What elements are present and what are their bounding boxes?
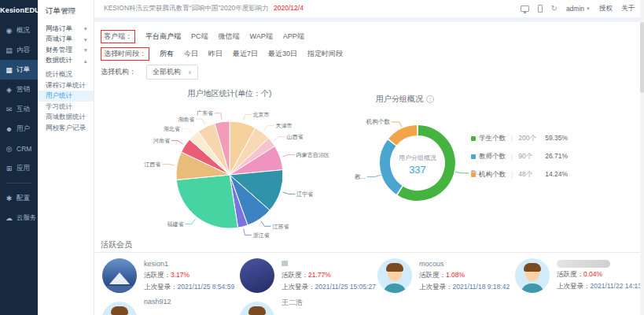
time-tab-5[interactable]: 指定时间段	[307, 49, 343, 59]
legend-dot	[471, 172, 476, 177]
nav-item-5[interactable]: ☻用户	[0, 119, 38, 139]
submenu-item-3[interactable]: 学习统计	[38, 102, 94, 113]
org-select[interactable]: 全部机构 ∨	[146, 65, 198, 80]
member-name: llll	[282, 260, 376, 268]
nav-bottom-item-1[interactable]: ☁云服务	[0, 208, 38, 228]
time-tab-4[interactable]: 最近30日	[268, 49, 297, 59]
donut-center-value: 337	[409, 164, 426, 176]
time-filter-row: 选择时间段： 所有今日昨日最近7日最近30日指定时间段	[101, 47, 343, 61]
submenu-item-1[interactable]: 课程订单统计	[38, 80, 94, 91]
nav-divider	[6, 183, 31, 183]
donut-center-label: 用户分组概况	[399, 154, 436, 161]
monitor-icon[interactable]	[521, 6, 529, 12]
submenu-group-1[interactable]: 商城订单▼	[38, 35, 94, 46]
apps-icon: ⊞	[5, 165, 13, 172]
activity-value: 0.04%	[583, 270, 602, 278]
submenu-group-2[interactable]: 财务管理▼	[38, 45, 94, 56]
avatar	[240, 258, 274, 293]
pie-label-line	[186, 219, 196, 224]
nav-item-label: 内容	[17, 46, 30, 55]
legend-dot	[471, 136, 476, 141]
mountain-shape	[109, 272, 130, 284]
donut-arc-1[interactable]	[385, 143, 399, 191]
nav-item-6[interactable]: ◎CRM	[0, 139, 38, 158]
topbar: KESION科汛云荣获腾讯教育“回响中国”2020年度影响力 2020/12/4…	[94, 0, 644, 17]
nav-item-3[interactable]: ◈营销	[0, 80, 38, 99]
avatar-shirt	[521, 284, 544, 293]
donut-arc-2[interactable]	[392, 131, 417, 143]
client-tab-4[interactable]: APP端	[283, 32, 304, 42]
submenu-items: 统计概况课程订单统计用户统计学习统计商城数据统计网校客户记录	[38, 69, 94, 133]
nav-item-2[interactable]: ▦订单	[0, 60, 38, 80]
page-scrollbar[interactable]	[640, 0, 644, 315]
login-value: 2021/11/25 8:54:59	[178, 283, 235, 291]
pie-slice-7[interactable]	[176, 175, 237, 228]
member-name: 王二浩	[282, 298, 303, 308]
phone-icon[interactable]	[538, 5, 543, 13]
member-name: nash912	[144, 298, 171, 306]
donut-callout-line	[455, 172, 469, 173]
user-menu[interactable]: admin ▼	[566, 5, 591, 13]
time-tab-1[interactable]: 今日	[184, 49, 198, 59]
nav-item-7[interactable]: ⊞应用	[0, 158, 38, 178]
license-link[interactable]: 授权	[599, 4, 613, 13]
nav-item-label: 云服务	[17, 213, 37, 223]
member-card-partial-0[interactable]: nash912	[102, 298, 236, 315]
member-login-row: 上次登录：2021/11/25 15:05:27	[282, 283, 376, 292]
donut-arc-0[interactable]	[400, 131, 450, 196]
client-tab-2[interactable]: 微信端	[219, 32, 240, 42]
nav-item-label: 用户	[17, 124, 30, 134]
nav-bottom-item-0[interactable]: ✱配置	[0, 188, 38, 208]
client-tab-1[interactable]: PC端	[191, 32, 208, 42]
legend-percent-1: 26.71%	[527, 147, 568, 165]
activity-label: 活跃度：	[557, 270, 583, 278]
activity-label: 活跃度：	[144, 271, 171, 279]
pie-slice-label: 江西省	[144, 161, 160, 168]
pie-label-line	[244, 115, 252, 121]
member-card-2[interactable]: mocous活跃度：1.08%上次登录：2021/11/18 9:18:42	[377, 258, 511, 299]
client-tab-0[interactable]: 平台商户端	[145, 32, 181, 42]
time-label-annotated: 选择时间段：	[101, 47, 149, 61]
nav-item-label: 应用	[17, 164, 30, 173]
scrollbar-thumb[interactable]	[640, 22, 644, 93]
submenu-item-2[interactable]: 用户统计	[38, 91, 94, 102]
region-pie-chart: 北京市天津市山西省内蒙古自治区辽宁省江苏省浙江省福建省江西省河南省湖北省湖南省广…	[120, 104, 340, 246]
nav-item-label: 概况	[17, 26, 30, 35]
submenu-group-0[interactable]: 网络订单▼	[38, 24, 94, 35]
username: admin	[566, 5, 584, 13]
refresh-icon[interactable]: ↻	[551, 5, 558, 13]
pie-label-line	[244, 229, 252, 235]
pie-slice-label: 广东省	[197, 110, 213, 117]
member-card-1[interactable]: llll活跃度：21.77%上次登录：2021/11/25 15:05:27	[240, 258, 374, 299]
nav-item-4[interactable]: ✉互动	[0, 99, 38, 119]
submenu-group-3[interactable]: 数据统计▲	[38, 56, 94, 67]
about-link[interactable]: 关于	[621, 4, 635, 13]
time-tab-0[interactable]: 所有	[160, 49, 174, 59]
client-filter-row: 客户端： 平台商户端PC端微信端WAP端APP端	[101, 30, 304, 43]
member-card-partial-1[interactable]: 王二浩	[240, 298, 374, 315]
nav-item-1[interactable]: ▤内容	[0, 40, 38, 60]
member-name-redacted	[557, 260, 610, 268]
submenu-item-4[interactable]: 商城数据统计	[38, 112, 94, 123]
submenu-groups: 网络订单▼商城订单▼财务管理▼数据统计▲	[38, 24, 94, 66]
member-info: kesion1活跃度：3.17%上次登录：2021/11/25 8:54:59	[144, 260, 234, 295]
secondary-sidebar: 订单管理 网络订单▼商城订单▼财务管理▼数据统计▲ 统计概况课程订单统计用户统计…	[38, 0, 94, 315]
pie-slice-label: 内蒙古自治区	[296, 152, 329, 158]
login-value: 2021/11/25 15:05:27	[315, 283, 376, 291]
login-value: 2021/11/22 14:13:50	[591, 282, 641, 290]
nav-item-0[interactable]: ◉概况	[0, 20, 38, 40]
legend-divider: |	[511, 135, 513, 143]
member-card-0[interactable]: kesion1活跃度：3.17%上次登录：2021/11/25 8:54:59	[102, 258, 236, 299]
pie-label-line	[182, 129, 192, 134]
client-tab-3[interactable]: WAP端	[250, 32, 273, 42]
time-tab-2[interactable]: 昨日	[208, 49, 223, 59]
active-members-title: 活跃会员	[101, 239, 132, 250]
legend-label: 教师个数	[479, 152, 506, 161]
submenu-item-0[interactable]: 统计概况	[38, 69, 94, 80]
login-label: 上次登录：	[282, 283, 315, 291]
member-card-3[interactable]: 活跃度：0.04%上次登录：2021/11/22 14:13:50	[515, 258, 640, 299]
activity-label: 活跃度：	[282, 271, 308, 279]
time-tab-3[interactable]: 最近7日	[233, 49, 258, 59]
submenu-item-5[interactable]: 网校客户记录	[38, 123, 94, 134]
avatar	[377, 258, 412, 293]
